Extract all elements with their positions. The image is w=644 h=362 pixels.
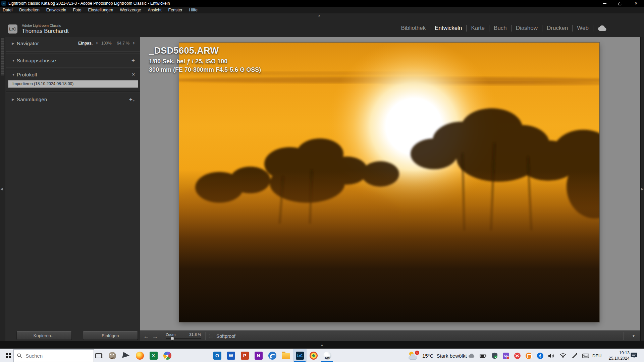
taskbar-firefox[interactable]: [133, 349, 147, 362]
taskbar-weather[interactable]: 1 15°C Stark bewölkt: [409, 349, 467, 362]
taskbar-picasa[interactable]: [160, 349, 174, 362]
module-karte[interactable]: Karte: [471, 25, 485, 32]
security-shield-icon[interactable]: [491, 352, 498, 359]
taskbar-powerpoint[interactable]: P: [238, 349, 252, 362]
taskbar-excel[interactable]: X: [147, 349, 160, 362]
menu-entwickeln[interactable]: Entwickeln: [43, 8, 70, 12]
right-panel-toggle-icon[interactable]: ▶: [641, 187, 644, 191]
taskbar-word[interactable]: W: [224, 349, 238, 362]
module-separator: [572, 25, 573, 32]
navigator-zoom-100[interactable]: 100%: [101, 41, 112, 46]
module-web[interactable]: Web: [577, 25, 589, 32]
menu-werkzeuge[interactable]: Werkzeuge: [116, 8, 144, 12]
volume-icon[interactable]: [548, 352, 555, 359]
zoom-stepper-icon[interactable]: ▲▼: [133, 42, 135, 45]
onedrive-cloud-icon[interactable]: [468, 352, 475, 359]
taskbar-search[interactable]: [13, 349, 94, 362]
photo-exposure: 1/80 Sek. bei ƒ / 25, ISO 100: [149, 58, 261, 65]
taskbar-explorer[interactable]: [279, 349, 293, 362]
collections-header[interactable]: ▶ Sammlungen +▼: [6, 94, 140, 104]
taskbar-xnview[interactable]: [307, 349, 320, 362]
orange-app-icon[interactable]: [525, 352, 532, 359]
zoom-slider[interactable]: [166, 338, 201, 340]
softproof-checkbox[interactable]: [209, 334, 213, 338]
navigator-zoom-current[interactable]: 94.7 %: [117, 41, 129, 46]
add-snapshot-icon[interactable]: +: [131, 58, 135, 63]
menu-einstellungen[interactable]: Einstellungen: [85, 8, 116, 12]
window-titlebar: LrC Lightroom classic Katalog 2021-v13-3…: [0, 0, 644, 7]
clear-history-icon[interactable]: ×: [132, 72, 135, 77]
red-app-icon[interactable]: [514, 352, 521, 359]
module-bibliothek[interactable]: Bibliothek: [401, 25, 426, 32]
taskbar-clock[interactable]: 19:13 25.10.2024: [605, 350, 630, 361]
taskbar-lightroom-active[interactable]: LrC: [293, 349, 307, 362]
bluetooth-icon[interactable]: [537, 352, 543, 359]
photo-canvas[interactable]: _DSD5605.ARW 1/80 Sek. bei ƒ / 25, ISO 1…: [140, 37, 640, 330]
menu-fenster[interactable]: Fenster: [165, 8, 185, 12]
taskbar-task-view[interactable]: [92, 349, 105, 362]
previous-photo-button[interactable]: ←: [143, 333, 149, 339]
photo-image[interactable]: [179, 43, 599, 322]
cloud-sync-icon[interactable]: [598, 25, 607, 31]
menu-datei[interactable]: Datei: [0, 8, 16, 12]
touch-keyboard-icon[interactable]: [582, 352, 589, 359]
module-separator: [466, 25, 467, 32]
start-button[interactable]: [3, 349, 13, 362]
identity-plate: LrC Adobe Lightroom Classic Thomas Burch…: [8, 23, 69, 35]
panel-scrollbar-thumb[interactable]: [1, 38, 4, 75]
file-explorer-icon: [282, 353, 290, 359]
panel-scrollbar[interactable]: ◀: [0, 37, 5, 341]
module-entwickeln[interactable]: Entwickeln: [435, 25, 462, 32]
collapsed-triangle-icon: ▶: [12, 42, 17, 45]
filmstrip-toggle-icon[interactable]: ▲: [321, 343, 324, 347]
copy-settings-button[interactable]: Kopieren...: [16, 331, 72, 340]
taskbar-onenote[interactable]: N: [252, 349, 265, 362]
snapshots-header[interactable]: ▼ Schnappschüsse +: [6, 55, 140, 65]
window-title: Lightroom classic Katalog 2021-v13-3 - A…: [8, 1, 170, 6]
zoom-slider-thumb[interactable]: [170, 337, 174, 341]
module-buch[interactable]: Buch: [494, 25, 507, 32]
close-icon: ×: [635, 1, 638, 6]
taskbar-darktable[interactable]: [119, 349, 133, 362]
taskbar-outlook[interactable]: O: [210, 349, 224, 362]
minimize-button[interactable]: [597, 0, 612, 7]
navigator-header[interactable]: ▶ Navigator Einpas. ▲▼ 100% 94.7 % ▲▼: [6, 37, 140, 50]
next-photo-button[interactable]: →: [152, 333, 158, 339]
restore-button[interactable]: [612, 0, 628, 7]
battery-icon[interactable]: [480, 352, 486, 359]
history-item-selected[interactable]: Importieren (18.10.2024 08:18:00): [8, 80, 138, 88]
outlook-icon: O: [213, 352, 221, 360]
taskbar-gimp[interactable]: [105, 349, 119, 362]
search-icon: [17, 353, 22, 358]
language-indicator[interactable]: DEU: [592, 349, 601, 362]
paste-settings-button[interactable]: Einfügen: [83, 331, 138, 340]
fit-stepper-icon[interactable]: ▲▼: [96, 42, 98, 45]
menu-hilfe[interactable]: Hilfe: [186, 8, 201, 12]
menu-foto[interactable]: Foto: [69, 8, 85, 12]
identity-badge: LrC: [8, 24, 17, 34]
menu-bearbeiten[interactable]: Bearbeiten: [16, 8, 43, 12]
add-collection-icon[interactable]: +▼: [129, 97, 135, 102]
ice-app-icon[interactable]: ICE: [502, 352, 509, 359]
left-panel-toggle-icon[interactable]: ◀: [0, 187, 3, 191]
lightroom-app: ▲ LrC Adobe Lightroom Classic Thomas Bur…: [0, 13, 644, 349]
search-input[interactable]: [25, 353, 90, 359]
toolbar-separator: [205, 332, 205, 340]
top-panel-toggle-icon[interactable]: ▲: [318, 14, 321, 17]
app-body: ◀ ▶ Navigator Einpas. ▲▼ 100% 94.7 % ▲▼: [0, 37, 644, 349]
module-diashow[interactable]: Diashow: [516, 25, 538, 32]
photo-filename: _DSD5605.ARW: [149, 46, 261, 56]
taskbar-google-earth[interactable]: Pro: [320, 349, 334, 362]
action-center-icon[interactable]: [631, 352, 637, 360]
navigator-fit-mode[interactable]: Einpas.: [78, 41, 93, 46]
menu-ansicht[interactable]: Ansicht: [144, 8, 165, 12]
history-header[interactable]: ▼ Protokoll ×: [6, 69, 140, 79]
close-button[interactable]: ×: [628, 0, 644, 7]
toolbar-options-icon[interactable]: ▼: [632, 334, 635, 338]
pen-icon[interactable]: [571, 352, 578, 359]
filmstrip-strip: ▲: [0, 341, 644, 349]
taskbar-thunderbird[interactable]: [265, 349, 279, 362]
wifi-icon[interactable]: [559, 352, 566, 359]
right-panel-strip[interactable]: ▶: [640, 37, 644, 341]
module-drucken[interactable]: Drucken: [547, 25, 568, 32]
